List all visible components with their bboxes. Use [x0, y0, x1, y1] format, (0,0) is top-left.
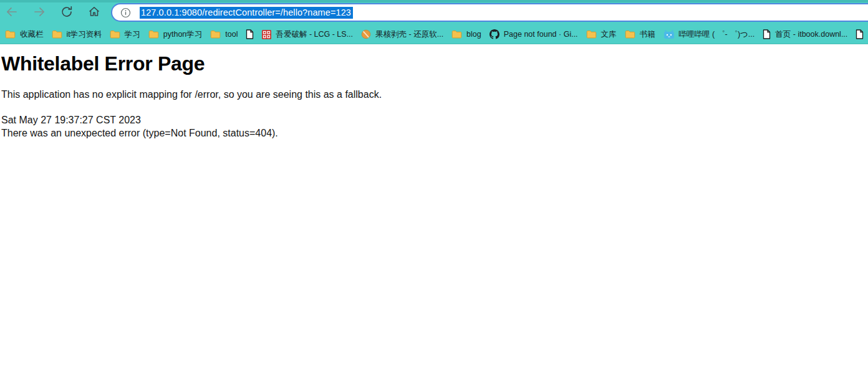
bookmark-label: it学习资料 [67, 29, 102, 40]
folder-icon [210, 30, 221, 39]
info-icon[interactable] [120, 7, 131, 18]
bookmark-label: Page not found · Gi... [504, 30, 578, 39]
page-icon [763, 29, 771, 39]
bookmark-item[interactable]: blog [451, 30, 481, 39]
folder-icon [625, 30, 635, 39]
folder-icon [451, 30, 462, 39]
home-button[interactable] [86, 3, 102, 22]
bookmark-label: 哔哩哔哩 ( ゜- ゜)つ... [679, 29, 755, 40]
bookmark-item[interactable]: Page not found · Gi... [489, 29, 578, 39]
bookmark-label: 果核剥壳 - 还原软... [375, 29, 443, 40]
reload-button[interactable] [59, 3, 75, 22]
bookmark-item[interactable]: 果核剥壳 - 还原软... [361, 29, 443, 40]
bookmark-label: python学习 [163, 29, 203, 40]
page-icon [246, 29, 254, 39]
browser-window: 127.0.0.1:9080/redirectController=/hello… [0, 0, 868, 367]
reload-icon [60, 5, 74, 21]
bookmark-label: 书籍 [640, 29, 655, 40]
home-icon [87, 5, 101, 21]
back-button[interactable] [4, 3, 20, 22]
folder-icon [5, 30, 16, 39]
error-message: This application has no explicit mapping… [1, 88, 868, 101]
bookmark-item[interactable]: 收藏栏 [5, 29, 44, 40]
bilibili-icon [663, 30, 675, 39]
page-icon [856, 29, 864, 39]
bookmark-item[interactable]: python学习 [148, 29, 203, 40]
folder-icon [148, 30, 159, 39]
bookmark-label: 首页 - itbook.downl... [775, 29, 847, 40]
bookmark-item[interactable]: tool [210, 30, 238, 39]
bookmark-item[interactable] [856, 29, 864, 39]
bookmark-label: 文库 [601, 29, 617, 40]
bookmark-item[interactable]: 学习 [110, 29, 140, 40]
browser-toolbar: 127.0.0.1:9080/redirectController=/hello… [0, 0, 868, 25]
bookmark-item[interactable]: 书籍 [625, 29, 655, 40]
bookmark-item[interactable] [246, 29, 254, 39]
error-timestamp: Sat May 27 19:37:27 CST 2023 [1, 113, 868, 126]
forward-button[interactable] [31, 3, 47, 22]
bookmark-item[interactable]: 吾爱破解 - LCG - LS... [262, 29, 353, 40]
orange-ball-icon [361, 29, 371, 39]
bookmark-label: 收藏栏 [20, 29, 44, 40]
bookmark-label: 吾爱破解 - LCG - LS... [276, 29, 353, 40]
folder-icon [586, 30, 597, 39]
page-title: Whitelabel Error Page [1, 52, 868, 75]
bookmark-label: blog [466, 30, 481, 39]
forward-arrow-icon [32, 5, 46, 21]
error-detail: There was an unexpected error (type=Not … [1, 126, 868, 140]
github-icon [489, 29, 499, 39]
whitelabel-error-page: Whitelabel Error Page This application h… [0, 52, 868, 140]
bookmarks-bar: 收藏栏it学习资料学习python学习tool吾爱破解 - LCG - LS..… [0, 25, 868, 44]
bookmark-item[interactable]: 哔哩哔哩 ( ゜- ゜)つ... [663, 29, 755, 40]
back-arrow-icon [5, 5, 19, 21]
red-seal-icon [262, 30, 271, 39]
bookmark-label: 学习 [125, 29, 140, 40]
bookmark-item[interactable]: 文库 [586, 29, 617, 40]
url-text[interactable]: 127.0.0.1:9080/redirectController=/hello… [140, 7, 353, 19]
address-bar[interactable]: 127.0.0.1:9080/redirectController=/hello… [111, 3, 868, 22]
folder-icon [52, 30, 62, 39]
folder-icon [110, 30, 120, 39]
bookmark-item[interactable]: it学习资料 [52, 29, 102, 40]
bookmark-label: tool [225, 30, 238, 39]
bookmark-item[interactable]: 首页 - itbook.downl... [763, 29, 847, 40]
